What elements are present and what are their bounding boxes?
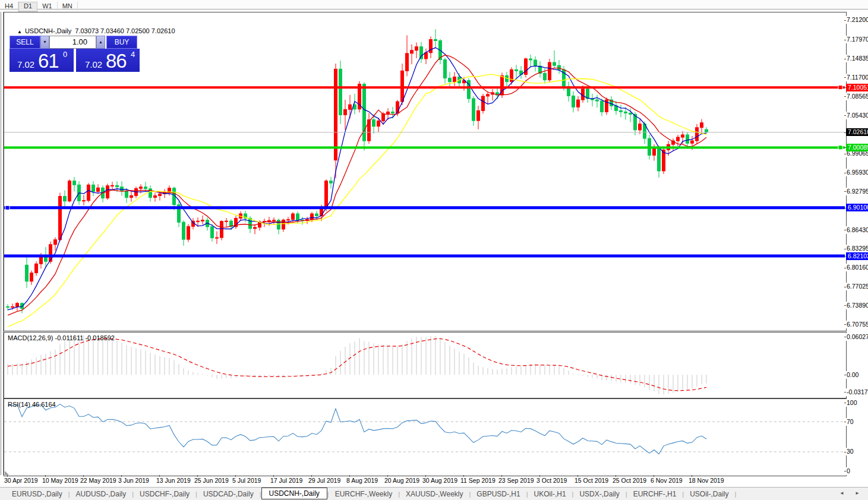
macd-axis-min: -0.031725 bbox=[846, 388, 868, 396]
current-price-label: 7.02610 bbox=[846, 128, 868, 136]
pane-resize-grip[interactable] bbox=[5, 471, 9, 475]
price-axis[interactable]: 7.212007.179707.148357.117007.085657.054… bbox=[846, 12, 868, 475]
chart-tab-eurchf-weekly[interactable]: EURCHF-,Weekly bbox=[329, 489, 398, 499]
macd-canvas[interactable] bbox=[4, 333, 845, 397]
chart-tab-audusd-daily[interactable]: AUDUSD-,Daily bbox=[70, 489, 132, 499]
date-axis-label: 29 Jul 2019 bbox=[308, 477, 340, 484]
macd-label: MACD(12,26,9) -0.011611 -0.018592 bbox=[8, 334, 115, 341]
date-axis-label: 11 Sep 2019 bbox=[460, 477, 495, 484]
buy-price-point: 4 bbox=[131, 50, 135, 59]
date-axis-label: 3 Jun 2019 bbox=[118, 477, 149, 484]
price-axis-label: 6.92795 bbox=[846, 188, 868, 195]
rsi-axis-70: 70 bbox=[846, 418, 868, 426]
date-axis-label: 13 Jun 2019 bbox=[156, 477, 191, 484]
price-axis-label: 7.21200 bbox=[846, 16, 868, 24]
date-axis-label: 6 Nov 2019 bbox=[651, 477, 683, 484]
timeframe-button-w1[interactable]: W1 bbox=[37, 2, 58, 11]
one-click-trading-panel: SELL ▼ 1.00 ▲ BUY 7.02 61 0 7.02 86 4 bbox=[10, 36, 140, 72]
price-chart-pane[interactable]: ▲USDCNH-,Daily 7.03073 7.03460 7.02500 7… bbox=[4, 12, 847, 331]
date-axis-label: 15 Oct 2019 bbox=[575, 477, 608, 484]
chart-collapse-icon[interactable]: ▲ bbox=[17, 29, 22, 34]
chart-tab-usdcad-daily[interactable]: USDCAD-,Daily bbox=[197, 489, 260, 499]
hline-price-label: 6.82103 bbox=[846, 252, 868, 260]
date-axis-label: 30 Aug 2019 bbox=[422, 477, 457, 484]
timeframe-button-d1[interactable]: D1 bbox=[18, 2, 37, 12]
hline-price-label: 6.90100 bbox=[846, 204, 868, 211]
chart-tab-xauusd-weekly[interactable]: XAUUSD-,Weekly bbox=[400, 489, 469, 499]
price-axis-label: 6.73890 bbox=[846, 302, 868, 309]
line-handle[interactable] bbox=[5, 205, 10, 210]
date-axis-label: 8 Aug 2019 bbox=[346, 477, 378, 484]
timeframe-toolbar: H4D1W1MN bbox=[0, 0, 868, 10]
price-axis-label: 7.08565 bbox=[846, 93, 868, 100]
timeframe-button-mn[interactable]: MN bbox=[58, 2, 78, 11]
macd-axis-zero: 0.00 bbox=[846, 371, 868, 379]
sell-price-pips: 61 bbox=[38, 50, 59, 72]
rsi-line bbox=[8, 404, 706, 454]
sell-price-prefix: 7.02 bbox=[17, 59, 34, 69]
price-axis-label: 7.14835 bbox=[846, 55, 868, 62]
buy-price-pips: 86 bbox=[106, 50, 127, 72]
chart-tab-usdcnh-daily[interactable]: USDCNH-,Daily bbox=[261, 488, 327, 499]
volume-input[interactable]: 1.00 bbox=[49, 36, 96, 49]
buy-price-prefix: 7.02 bbox=[85, 59, 102, 69]
sell-button[interactable]: SELL bbox=[10, 36, 40, 49]
date-axis-label: 30 Apr 2019 bbox=[4, 477, 38, 484]
chart-symbol-label: USDCNH-,Daily bbox=[25, 27, 71, 34]
date-axis-label: 10 May 2019 bbox=[42, 477, 78, 484]
macd-histogram bbox=[8, 335, 706, 394]
volume-increase-button[interactable]: ▲ bbox=[96, 36, 105, 49]
date-axis-label: 5 Jul 2019 bbox=[232, 477, 261, 484]
price-axis-label: 6.80160 bbox=[846, 264, 868, 271]
price-axis-label: 6.86430 bbox=[846, 226, 868, 234]
chart-tab-usoil-daily[interactable]: USOil-,Daily bbox=[684, 489, 734, 499]
rsi-label: RSI(14) 46.6164 bbox=[8, 401, 56, 408]
chart-ohlc-quote: 7.03073 7.03460 7.02500 7.02610 bbox=[75, 27, 175, 34]
chart-tab-usdchf-daily[interactable]: USDCHF-,Daily bbox=[134, 489, 195, 499]
sell-price-display[interactable]: 7.02 61 0 bbox=[10, 49, 74, 72]
date-axis-label: 20 Aug 2019 bbox=[384, 477, 419, 484]
rsi-canvas[interactable] bbox=[4, 399, 845, 474]
line-handle[interactable] bbox=[838, 145, 842, 150]
date-axis-label: 18 Nov 2019 bbox=[689, 477, 724, 484]
chart-tab-eurusd-daily[interactable]: EURUSD-,Daily bbox=[6, 489, 68, 499]
price-axis-label: 7.11700 bbox=[846, 74, 868, 81]
chart-tab-gbpusd-h1[interactable]: GBPUSD-,H1 bbox=[471, 489, 526, 499]
hline-price-label: 7.10051 bbox=[846, 84, 868, 91]
mt4-terminal: H4D1W1MN ▲USDCNH-,Daily 7.03073 7.03460 … bbox=[0, 0, 868, 500]
chart-tab-ukoil-h1[interactable]: UKOil-,H1 bbox=[528, 489, 572, 499]
macd-axis-max: 0.060273 bbox=[846, 333, 868, 341]
date-axis-label: 22 May 2019 bbox=[80, 477, 116, 484]
date-axis[interactable]: 30 Apr 201910 May 201922 May 20193 Jun 2… bbox=[4, 475, 845, 486]
tab-separator: | bbox=[735, 490, 737, 498]
date-axis-label: 17 Jul 2019 bbox=[270, 477, 302, 484]
date-axis-label: 25 Jun 2019 bbox=[194, 477, 229, 484]
chart-tab-usdx-daily[interactable]: USDX-,Daily bbox=[573, 489, 625, 499]
price-axis-label: 6.83295 bbox=[846, 245, 868, 252]
buy-price-display[interactable]: 7.02 86 4 bbox=[76, 49, 140, 72]
price-axis-label: 7.05430 bbox=[846, 112, 868, 119]
rsi-indicator-pane[interactable]: RSI(14) 46.6164 bbox=[4, 398, 847, 476]
date-axis-label: 23 Sep 2019 bbox=[498, 477, 534, 484]
timeframe-button-h4[interactable]: H4 bbox=[0, 2, 18, 11]
tab-scroll-arrows[interactable]: ◄ ► bbox=[839, 490, 864, 496]
line-handle[interactable] bbox=[838, 86, 842, 90]
buy-button[interactable]: BUY bbox=[106, 36, 137, 49]
sell-price-point: 0 bbox=[63, 50, 67, 59]
price-axis-label: 6.77025 bbox=[846, 283, 868, 290]
chart-tab-bar: EURUSD-,Daily|AUDUSD-,Daily|USDCHF-,Dail… bbox=[0, 487, 868, 500]
rsi-axis-100: 100 bbox=[846, 399, 868, 407]
rsi-axis-30: 30 bbox=[846, 448, 868, 455]
volume-decrease-button[interactable]: ▼ bbox=[40, 36, 49, 49]
price-axis-label: 7.17970 bbox=[846, 36, 868, 43]
macd-indicator-pane[interactable]: MACD(12,26,9) -0.011611 -0.018592 bbox=[4, 332, 847, 398]
chart-tab-eurchf-h1[interactable]: EURCHF-,H1 bbox=[627, 489, 683, 499]
hline-price-label: 7.00089 bbox=[846, 144, 868, 151]
date-axis-label: 25 Oct 2019 bbox=[613, 477, 646, 484]
price-axis-label: 6.70755 bbox=[846, 321, 868, 328]
chart-title: ▲USDCNH-,Daily 7.03073 7.03460 7.02500 7… bbox=[17, 27, 175, 34]
rsi-axis-0: 0 bbox=[846, 467, 868, 475]
date-axis-label: 3 Oct 2019 bbox=[536, 477, 567, 484]
price-axis-label: 6.95930 bbox=[846, 169, 868, 176]
